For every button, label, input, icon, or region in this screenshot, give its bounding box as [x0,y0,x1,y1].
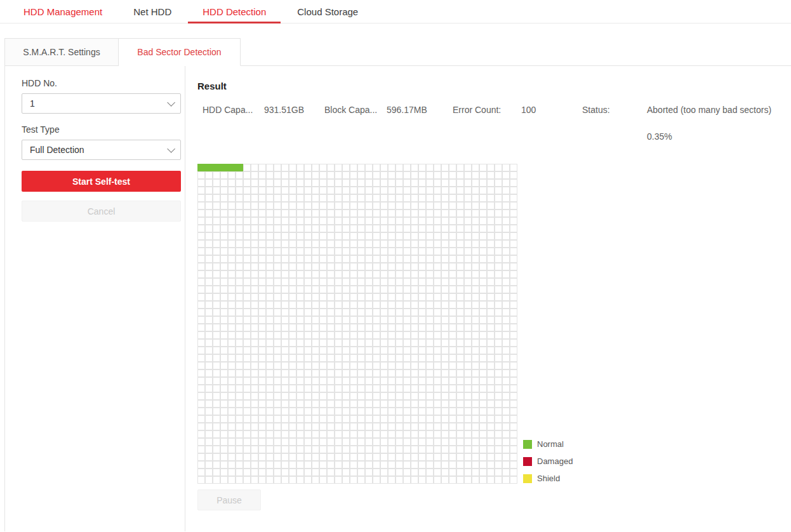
sector-cell [411,286,418,293]
sector-cell [396,263,403,270]
sector-cell [243,217,251,225]
sector-cell [350,461,357,469]
sector-cell [327,324,335,331]
sector-cell [266,476,274,484]
sector-cell [434,225,441,232]
sector-cell [312,278,319,286]
sector-cell [304,369,312,377]
tab-bad-sector-detection[interactable]: Bad Sector Detection [119,38,241,66]
sector-cell [396,354,403,362]
sector-cell [205,469,213,476]
sector-cell [434,286,441,293]
start-self-test-button[interactable]: Start Self-test [22,171,181,192]
sector-cell [197,369,205,377]
sector-cell [228,461,236,469]
sector-cell [373,377,380,385]
sector-cell [335,164,342,171]
sector-cell [335,415,342,423]
sector-cell [296,309,304,316]
nav-item-hdd-management[interactable]: HDD Management [9,0,117,23]
sector-cell [418,309,426,316]
sector-cell [418,240,426,248]
sector-cell [464,194,472,202]
sector-cell [274,171,281,179]
sector-cell [281,194,289,202]
hdd-no-select[interactable]: 1 [22,93,181,114]
sector-cell [312,362,319,369]
sector-cell [281,270,289,278]
test-type-label: Test Type [22,124,181,135]
sector-cell [197,270,205,278]
sector-cell [243,232,251,240]
sector-cell [441,430,449,438]
sector-cell [228,232,236,240]
sector-cell [327,369,335,377]
sector-cell [205,202,213,209]
sector-cell [487,171,495,179]
sector-cell [258,248,266,255]
sector-cell [373,286,380,293]
sector-cell [472,392,479,400]
sector-cell [365,171,373,179]
sector-cell [197,255,205,263]
sector-cell [510,423,517,430]
sector-cell [319,369,327,377]
sector-cell [411,278,418,286]
sector-cell [258,324,266,331]
sector-cell [335,171,342,179]
tab-smart-settings[interactable]: S.M.A.R.T. Settings [5,38,119,66]
sector-cell [434,461,441,469]
sector-cell [251,248,258,255]
sector-cell [411,385,418,392]
sector-cell [342,202,350,209]
sector-cell [281,171,289,179]
sector-cell [434,438,441,446]
sector-cell [441,240,449,248]
sector-cell [205,354,213,362]
sector-cell [487,400,495,408]
sector-cell [319,225,327,232]
sector-cell [495,248,502,255]
nav-item-net-hdd[interactable]: Net HDD [119,0,186,23]
sector-cell [281,354,289,362]
sector-cell [464,347,472,354]
sector-cell [472,263,479,270]
sector-cell [426,369,434,377]
sector-cell [365,438,373,446]
sector-cell [251,293,258,301]
sector-cell [441,187,449,194]
sector-cell [502,339,510,347]
sector-cell [472,202,479,209]
sector-cell [228,248,236,255]
sector-cell [197,400,205,408]
sector-cell [251,179,258,187]
sector-cell [418,209,426,217]
sector-cell [449,331,456,339]
sector-cell [327,171,335,179]
sector-cell [350,415,357,423]
sector-cell [357,263,365,270]
sector-cell [464,324,472,331]
sector-cell [434,187,441,194]
sector-cell [479,240,487,248]
test-type-select[interactable]: Full Detection [22,140,181,160]
sector-cell [228,171,236,179]
sector-cell [487,232,495,240]
sector-cell [243,430,251,438]
sector-cell [487,316,495,324]
sector-cell [197,423,205,430]
sector-cell [220,469,228,476]
sector-cell [495,240,502,248]
sector-cell [495,171,502,179]
sector-cell [266,415,274,423]
sector-cell [495,255,502,263]
sector-cell [495,423,502,430]
sector-cell [487,369,495,377]
sector-cell [243,369,251,377]
sector-cell [258,202,266,209]
nav-item-hdd-detection[interactable]: HDD Detection [188,0,281,23]
sector-cell [464,469,472,476]
sector-cell [335,392,342,400]
sector-cell [296,278,304,286]
nav-item-cloud-storage[interactable]: Cloud Storage [282,0,373,23]
